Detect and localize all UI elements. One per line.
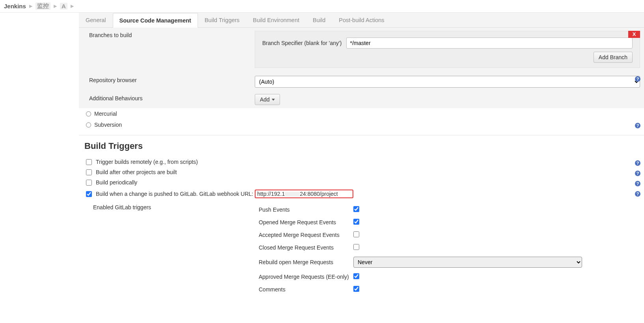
help-icon[interactable]: ? (635, 122, 641, 129)
gitlab-webhook-url: http://192.124:8080/project (255, 190, 353, 198)
opt-approved-checkbox[interactable] (353, 273, 359, 279)
svg-text:?: ? (637, 161, 639, 165)
add-branch-button[interactable]: Add Branch (594, 52, 633, 63)
trigger-after-checkbox[interactable] (86, 169, 92, 175)
tab-scm[interactable]: Source Code Management (113, 13, 198, 28)
breadcrumb-job2[interactable]: A (60, 3, 67, 9)
breadcrumb-root[interactable]: Jenkins (4, 3, 26, 9)
branch-specifier-box: X Branch Specifier (blank for 'any') ? A… (255, 31, 640, 68)
breadcrumb: Jenkins ▶ 监控 ▶ A ▶ (0, 0, 644, 13)
tab-triggers[interactable]: Build Triggers (198, 13, 246, 27)
trigger-gitlab-label: Build when a change is pushed to GitLab.… (96, 190, 353, 198)
opt-accepted-mr-label: Accepted Merge Request Events (259, 232, 353, 238)
help-icon[interactable]: ? (635, 160, 641, 166)
scm-subversion-radio[interactable] (86, 122, 91, 128)
opt-comments-checkbox[interactable] (353, 286, 359, 292)
additional-behaviours-label: Additional Behaviours (89, 94, 255, 101)
opt-closed-mr-checkbox[interactable] (353, 244, 359, 250)
trigger-periodic-checkbox[interactable] (86, 180, 92, 186)
trigger-gitlab-checkbox[interactable] (86, 191, 92, 197)
repo-browser-select[interactable]: (Auto) (255, 76, 640, 88)
help-icon[interactable]: ? (635, 191, 641, 197)
repo-browser-label: Repository browser (89, 76, 255, 83)
opt-opened-mr-label: Opened Merge Request Events (259, 219, 353, 225)
tab-env[interactable]: Build Environment (246, 13, 306, 27)
build-triggers-heading: Build Triggers (79, 139, 644, 157)
help-icon[interactable]: ? (635, 76, 641, 82)
remove-branch-button[interactable]: X (628, 31, 640, 38)
svg-text:?: ? (637, 181, 639, 186)
breadcrumb-sep-icon: ▶ (71, 4, 74, 9)
help-icon[interactable]: ? (635, 180, 641, 187)
add-behaviour-button[interactable]: Add (255, 94, 280, 105)
branch-specifier-label: Branch Specifier (blank for 'any') (262, 40, 342, 46)
help-icon[interactable]: ? (635, 170, 641, 177)
opt-comments-label: Comments (259, 286, 353, 293)
trigger-remote-checkbox[interactable] (86, 159, 92, 165)
enabled-gitlab-triggers-label: Enabled GitLab triggers (93, 203, 259, 210)
tab-post[interactable]: Post-build Actions (332, 13, 391, 27)
branches-to-build-label: Branches to build (89, 31, 255, 38)
opt-closed-mr-label: Closed Merge Request Events (259, 244, 353, 251)
caret-down-icon (272, 99, 275, 101)
opt-push-label: Push Events (259, 207, 353, 213)
tab-general[interactable]: General (79, 13, 113, 27)
tab-build[interactable]: Build (306, 13, 332, 27)
svg-text:?: ? (637, 192, 639, 196)
trigger-remote-label: Trigger builds remotely (e.g., from scri… (96, 159, 198, 165)
svg-text:?: ? (637, 77, 639, 81)
svg-text:?: ? (637, 171, 639, 176)
branch-specifier-input[interactable] (346, 38, 633, 49)
trigger-periodic-label: Build periodically (96, 179, 137, 186)
scm-mercurial-radio[interactable] (86, 111, 91, 116)
opt-rebuild-select[interactable]: Never (353, 257, 582, 268)
config-tab-bar: General Source Code Management Build Tri… (79, 13, 644, 28)
breadcrumb-job1[interactable]: 监控 (35, 2, 50, 10)
trigger-after-label: Build after other projects are built (96, 169, 177, 175)
opt-approved-label: Approved Merge Requests (EE-only) (259, 274, 353, 280)
breadcrumb-sep-icon: ▶ (29, 4, 32, 9)
opt-push-checkbox[interactable] (353, 206, 359, 212)
breadcrumb-sep-icon: ▶ (54, 4, 57, 9)
opt-accepted-mr-checkbox[interactable] (353, 231, 359, 237)
opt-rebuild-label: Rebuild open Merge Requests (259, 259, 353, 265)
svg-text:?: ? (637, 123, 639, 128)
scm-mercurial-label: Mercurial (94, 111, 117, 117)
scm-subversion-label: Subversion (94, 122, 122, 128)
opt-opened-mr-checkbox[interactable] (353, 219, 359, 225)
